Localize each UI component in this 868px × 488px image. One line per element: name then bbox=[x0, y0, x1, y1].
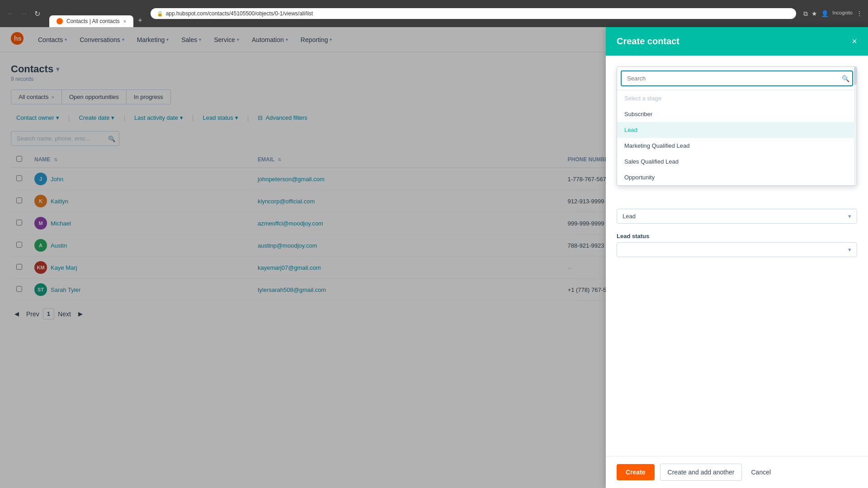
menu-icon[interactable]: ⋮ bbox=[856, 10, 863, 18]
lead-status-label: Lead status bbox=[617, 233, 857, 239]
dropdown-item-0[interactable]: Select a stage bbox=[617, 90, 857, 106]
lead-status-value-display[interactable]: ▾ bbox=[617, 242, 857, 257]
lead-status-select-wrap: ▾ bbox=[617, 242, 857, 257]
browser-tabs: Contacts | All contacts × + bbox=[49, 0, 147, 27]
bookmark-icon[interactable]: ★ bbox=[811, 10, 817, 18]
page-content: Contacts ▾ 9 records All contacts × Open… bbox=[0, 52, 868, 488]
active-tab[interactable]: Contacts | All contacts × bbox=[49, 15, 133, 27]
incognito-label: Incognito bbox=[832, 10, 853, 18]
create-contact-panel: Create contact × Lifecycle stage 🔍 bbox=[606, 52, 868, 488]
panel-body: Lifecycle stage 🔍 Select a stageSubscrib… bbox=[606, 56, 868, 456]
lifecycle-stage-value-display[interactable]: Lead ▾ bbox=[617, 209, 857, 224]
dropdown-item-5[interactable]: Opportunity bbox=[617, 169, 857, 185]
forward-button[interactable]: → bbox=[19, 8, 30, 19]
tab-close-button[interactable]: × bbox=[123, 19, 126, 24]
lifecycle-stage-select-wrap: Lead ▾ bbox=[617, 209, 857, 224]
dropdown-item-4[interactable]: Sales Qualified Lead bbox=[617, 154, 857, 169]
scrollbar-track bbox=[854, 67, 857, 185]
dropdown-item-1[interactable]: Subscriber bbox=[617, 106, 857, 122]
dropdown-search-icon: 🔍 bbox=[842, 75, 849, 82]
dropdown-search-input[interactable] bbox=[621, 70, 853, 86]
dropdown-item-3[interactable]: Marketing Qualified Lead bbox=[617, 138, 857, 154]
create-button[interactable]: Create bbox=[617, 464, 655, 480]
extensions-icon[interactable]: ⧉ bbox=[803, 10, 808, 18]
lock-icon: 🔒 bbox=[157, 11, 163, 17]
cancel-button[interactable]: Cancel bbox=[747, 464, 774, 480]
browser-nav-controls: ← → ↻ bbox=[5, 8, 42, 20]
lifecycle-stage-select-chevron: ▾ bbox=[848, 213, 851, 220]
browser-chrome: ← → ↻ Contacts | All contacts × + 🔒 app.… bbox=[0, 0, 868, 27]
lead-status-field: Lead status ▾ bbox=[617, 233, 857, 257]
tab-favicon bbox=[57, 18, 63, 24]
tab-title: Contacts | All contacts bbox=[66, 18, 120, 24]
dropdown-list: Select a stageSubscriberLeadMarketing Qu… bbox=[617, 90, 857, 185]
url-display: app.hubspot.com/contacts/45105500/object… bbox=[166, 10, 313, 17]
new-tab-button[interactable]: + bbox=[133, 14, 146, 27]
back-button[interactable]: ← bbox=[5, 8, 16, 19]
panel-header: Create contact × bbox=[606, 52, 868, 56]
address-bar[interactable]: 🔒 app.hubspot.com/contacts/45105500/obje… bbox=[151, 8, 797, 19]
lifecycle-stage-selected: Lead ▾ bbox=[617, 209, 857, 224]
lead-status-chevron: ▾ bbox=[848, 246, 851, 253]
profile-icon[interactable]: 👤 bbox=[821, 10, 829, 18]
panel-actions: Create Create and add another Cancel bbox=[606, 456, 868, 488]
refresh-button[interactable]: ↻ bbox=[33, 8, 42, 20]
browser-actions: ⧉ ★ 👤 Incognito ⋮ bbox=[803, 10, 863, 18]
lifecycle-stage-field: Lifecycle stage 🔍 Select a stageSubscrib… bbox=[617, 66, 857, 73]
scrollbar-thumb bbox=[854, 67, 857, 85]
lifecycle-stage-dropdown[interactable]: 🔍 Select a stageSubscriberLeadMarketing … bbox=[617, 66, 857, 186]
app-container: hs Contacts ▾ Conversations ▾ Marketing … bbox=[0, 27, 868, 488]
dropdown-item-2[interactable]: Lead bbox=[617, 122, 857, 138]
dropdown-search-wrap: 🔍 bbox=[617, 67, 857, 90]
create-and-add-another-button[interactable]: Create and add another bbox=[660, 464, 742, 481]
